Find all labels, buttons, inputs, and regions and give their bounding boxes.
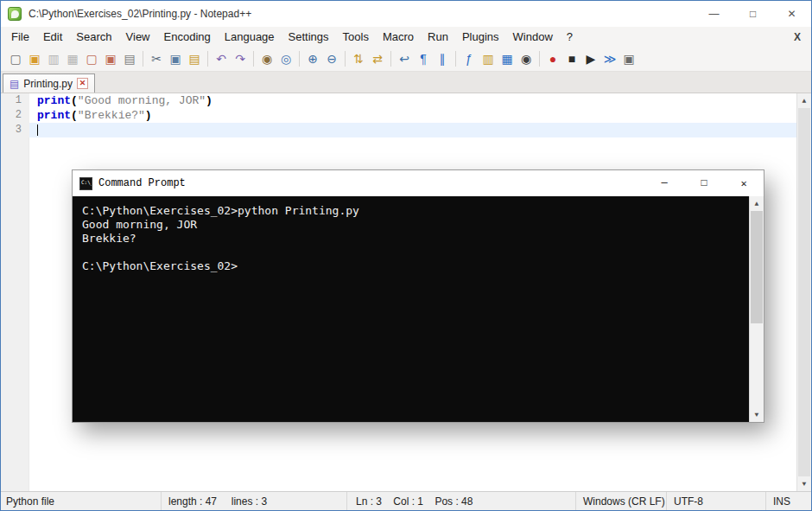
window-title: C:\Python\Exercises_02\Printing.py - Not… (29, 8, 251, 20)
word-wrap-icon[interactable]: ↩ (396, 50, 413, 67)
play-macro-icon[interactable]: ▶ (582, 50, 599, 67)
maximize-button[interactable]: □ (733, 1, 772, 27)
save-file-icon[interactable]: ▥ (45, 50, 62, 67)
editor-scrollbar[interactable]: ▲ ▼ (796, 93, 811, 491)
cmd-window-title: Command Prompt (98, 177, 186, 189)
cmd-scrollbar-thumb[interactable] (751, 211, 763, 323)
menu-item-encoding[interactable]: Encoding (157, 29, 218, 45)
status-insert-mode[interactable]: INS (765, 492, 811, 510)
editor-scrollbar-track[interactable] (797, 108, 811, 476)
menu-item-window[interactable]: Window (506, 29, 560, 45)
cmd-body[interactable]: C:\Python\Exercises_02>python Printing.p… (73, 196, 764, 422)
minimize-button[interactable]: — (695, 1, 733, 27)
code-text[interactable] (29, 123, 796, 137)
document-switcher-icon[interactable]: ▦ (498, 50, 516, 67)
code-text[interactable]: print("Good morning, JOR") (29, 93, 796, 108)
menu-item-view[interactable]: View (119, 29, 157, 45)
menu-item-language[interactable]: Language (218, 29, 282, 45)
cmd-close-button[interactable]: ✕ (724, 170, 764, 196)
open-file-icon[interactable]: ▣ (26, 50, 43, 67)
function-list-icon[interactable]: ƒ (460, 50, 478, 67)
line-number[interactable]: 2 (1, 108, 29, 123)
cmd-scrollbar[interactable]: ▲ ▼ (749, 196, 764, 422)
run-macro-multiple-icon[interactable]: ≫ (601, 50, 619, 67)
line-number[interactable]: 1 (1, 93, 29, 108)
editor-area[interactable]: 1print("Good morning, JOR")2print("Brekk… (1, 93, 811, 491)
save-macro-icon[interactable]: ▣ (620, 50, 638, 67)
titlebar[interactable]: C:\Python\Exercises_02\Printing.py - Not… (1, 1, 811, 27)
document-map-icon[interactable]: ▥ (479, 50, 497, 67)
tab-label: Printing.py (23, 78, 73, 90)
code-lines: 1print("Good morning, JOR")2print("Brekk… (1, 93, 796, 137)
toolbar-separator (299, 51, 300, 67)
menubar-items: FileEditSearchViewEncodingLanguageSettin… (4, 29, 580, 45)
menubar-close-button[interactable]: X (783, 31, 811, 43)
cmd-maximize-button[interactable]: □ (684, 170, 724, 196)
sync-vertical-scroll-icon[interactable]: ⇅ (350, 50, 367, 67)
menu-item-plugins[interactable]: Plugins (455, 29, 506, 45)
paste-icon[interactable]: ▤ (186, 50, 203, 67)
token-operator: ) (145, 109, 152, 122)
code-line: 3 (1, 123, 796, 137)
code-line: 2print("Brekkie?") (1, 108, 796, 123)
new-file-icon[interactable]: ▢ (7, 50, 24, 67)
menu-item-tools[interactable]: Tools (336, 29, 376, 45)
menu-item-search[interactable]: Search (69, 29, 118, 45)
cmd-prompt-icon: C:\_ (79, 177, 92, 190)
copy-icon[interactable]: ▣ (167, 50, 184, 67)
token-operator: ( (71, 109, 78, 122)
tabbar: ▤ Printing.py ✕ (1, 72, 811, 93)
status-length-info: length : 47 lines : 3 (161, 492, 346, 510)
tab-close-icon[interactable]: ✕ (77, 78, 88, 89)
monitoring-icon[interactable]: ◉ (517, 50, 535, 67)
scroll-up-icon[interactable]: ▲ (797, 93, 811, 108)
text-caret (37, 125, 38, 136)
status-doc-type: Python file (1, 492, 161, 510)
status-encoding[interactable]: UTF-8 (666, 492, 765, 510)
menu-item-macro[interactable]: Macro (376, 29, 421, 45)
redo-icon[interactable]: ↷ (232, 50, 249, 67)
command-prompt-window: C:\_ Command Prompt — □ ✕ C:\Python\Exer… (73, 170, 764, 422)
undo-icon[interactable]: ↶ (213, 50, 230, 67)
cmd-scrollbar-track[interactable] (750, 211, 764, 407)
menu-item-settings[interactable]: Settings (282, 29, 336, 45)
cmd-window-controls: — □ ✕ (644, 170, 764, 196)
close-file-icon[interactable]: ▢ (83, 50, 100, 67)
code-text[interactable]: print("Brekkie?") (29, 108, 796, 123)
cmd-titlebar[interactable]: C:\_ Command Prompt — □ ✕ (73, 170, 764, 196)
menu-item-edit[interactable]: Edit (36, 29, 69, 45)
tab-printing-py[interactable]: ▤ Printing.py ✕ (3, 73, 95, 93)
cmd-scroll-down-icon[interactable]: ▼ (750, 407, 764, 422)
menu-item-run[interactable]: Run (421, 29, 455, 45)
token-string: "Good morning, JOR" (78, 94, 206, 107)
zoom-out-icon[interactable]: ⊖ (323, 50, 340, 67)
zoom-in-icon[interactable]: ⊕ (304, 50, 321, 67)
toolbar: ▢▣▥▦▢▣▤✂▣▤↶↷◉◎⊕⊖⇅⇄↩¶∥ƒ▥▦◉●■▶≫▣ (1, 47, 811, 72)
record-macro-icon[interactable]: ● (544, 50, 561, 67)
find-icon[interactable]: ◉ (258, 50, 276, 67)
editor-scrollbar-thumb[interactable] (798, 108, 810, 476)
notepadpp-window: C:\Python\Exercises_02\Printing.py - Not… (0, 0, 812, 511)
show-all-characters-icon[interactable]: ¶ (415, 50, 432, 67)
sync-horizontal-scroll-icon[interactable]: ⇄ (369, 50, 386, 67)
cmd-output[interactable]: C:\Python\Exercises_02>python Printing.p… (73, 196, 749, 422)
menu-item-file[interactable]: File (4, 29, 36, 45)
cut-icon[interactable]: ✂ (148, 50, 165, 67)
save-all-icon[interactable]: ▦ (64, 50, 81, 67)
stop-macro-icon[interactable]: ■ (563, 50, 580, 67)
replace-icon[interactable]: ◎ (277, 50, 295, 67)
scroll-down-icon[interactable]: ▼ (797, 476, 811, 491)
line-number-margin[interactable] (1, 93, 29, 491)
line-number[interactable]: 3 (1, 123, 29, 137)
close-button[interactable]: ✕ (772, 1, 811, 27)
print-icon[interactable]: ▤ (121, 50, 138, 67)
token-keyword: print (37, 109, 71, 122)
token-operator: ) (206, 94, 213, 107)
menu-item-help[interactable]: ? (560, 29, 580, 45)
close-all-icon[interactable]: ▣ (102, 50, 119, 67)
status-eol-format[interactable]: Windows (CR LF) (575, 492, 666, 510)
cmd-minimize-button[interactable]: — (644, 170, 684, 196)
token-string: "Brekkie?" (78, 109, 145, 122)
indent-guide-icon[interactable]: ∥ (434, 50, 451, 67)
cmd-scroll-up-icon[interactable]: ▲ (750, 196, 764, 211)
